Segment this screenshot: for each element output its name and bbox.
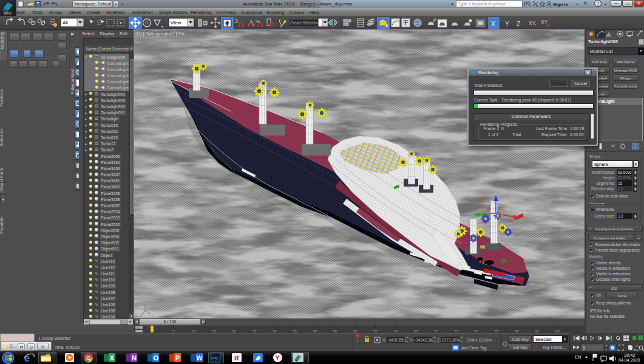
svg-text:Ps: Ps: [211, 355, 218, 362]
svg-text:MAX: MAX: [4, 12, 12, 15]
svg-text:1-1: 1-1: [137, 327, 140, 329]
svg-text:X:: X:: [382, 338, 387, 342]
svg-text:XY,: XY,: [529, 20, 537, 26]
svg-text:100: 100: [554, 329, 561, 333]
svg-text:All: All: [63, 20, 68, 26]
svg-text:75: 75: [454, 329, 458, 333]
svg-text:0: 0: [583, 346, 585, 350]
svg-text:Z:: Z:: [437, 338, 441, 342]
svg-text:2173,307c: 2173,307c: [442, 338, 461, 342]
svg-text:35: 35: [293, 329, 297, 333]
svg-text:y: y: [151, 314, 153, 317]
svg-text:X: X: [110, 354, 115, 362]
svg-text:O: O: [154, 354, 159, 362]
svg-text:P: P: [175, 354, 180, 362]
svg-text:50: 50: [353, 329, 358, 333]
svg-text:95: 95: [535, 329, 539, 333]
svg-text:X: X: [491, 20, 495, 27]
svg-text:-14042,36: -14042,36: [415, 338, 433, 342]
svg-text:15: 15: [212, 329, 216, 333]
svg-text:25: 25: [253, 329, 257, 333]
svg-text:Grid = 10,0cm: Grid = 10,0cm: [467, 338, 492, 342]
svg-text:60: 60: [394, 329, 398, 333]
svg-text:N: N: [132, 354, 137, 362]
svg-text:Y:: Y:: [410, 338, 413, 342]
svg-text:Add Time Tag: Add Time Tag: [461, 346, 487, 351]
svg-text:Я: Я: [234, 354, 239, 362]
svg-text:30: 30: [273, 329, 277, 333]
svg-text:n: n: [547, 22, 550, 28]
svg-text:90: 90: [515, 329, 519, 333]
svg-text:3: 3: [235, 18, 238, 24]
svg-text:Z: Z: [517, 20, 521, 27]
svg-text:[+] [ Orthographic ] [ Gri: [+] [ Orthographic ] [ Gri: [137, 31, 185, 36]
svg-text:10: 10: [192, 329, 196, 333]
svg-text:Y: Y: [505, 20, 509, 27]
svg-text:55: 55: [373, 329, 378, 333]
svg-text:45: 45: [333, 329, 337, 333]
svg-text:65: 65: [414, 329, 418, 333]
svg-text:70: 70: [434, 329, 438, 333]
svg-text:80: 80: [475, 329, 479, 333]
svg-text:Y: Y: [276, 354, 280, 362]
svg-text:-8437,553: -8437,553: [388, 338, 406, 342]
svg-text:40: 40: [313, 329, 317, 333]
svg-text:W: W: [197, 354, 203, 362]
svg-text:20: 20: [232, 329, 236, 333]
svg-text:View: View: [171, 20, 181, 26]
svg-text:85: 85: [495, 329, 499, 333]
